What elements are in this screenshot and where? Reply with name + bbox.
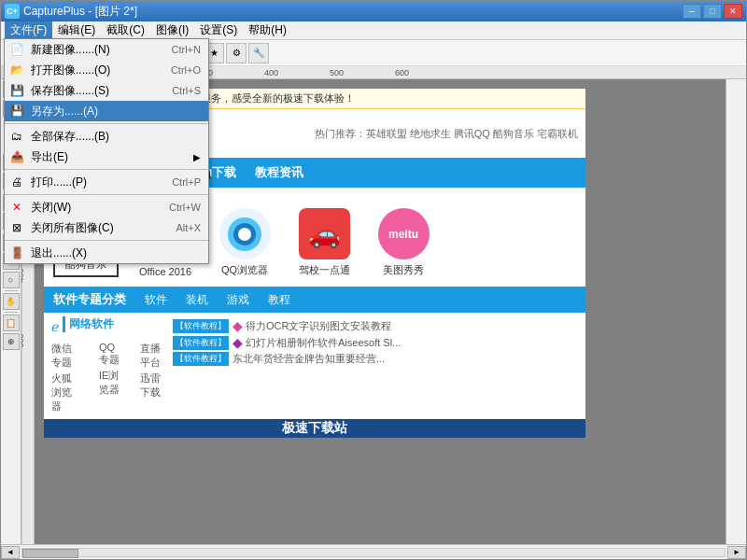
- tool-hand[interactable]: ✋: [3, 293, 20, 310]
- close-window-button[interactable]: ✕: [724, 4, 742, 19]
- minimize-button[interactable]: ─: [683, 4, 701, 19]
- maximize-button[interactable]: □: [703, 4, 722, 19]
- link-qq[interactable]: QQ专题: [99, 342, 121, 367]
- app-meitu[interactable]: meitu 美图秀秀: [371, 208, 436, 277]
- tutorial-label-3: 【软件教程】: [173, 352, 229, 366]
- tool-sep6: [5, 312, 18, 313]
- network-software-header: ℯ 网络软件: [51, 316, 163, 336]
- menu-save-shortcut: Ctrl+S: [172, 85, 201, 96]
- menu-capture[interactable]: 截取(C): [101, 21, 150, 39]
- tab-games[interactable]: 游戏: [227, 292, 249, 308]
- menu-print[interactable]: 🖨 打印......(P) Ctrl+P: [5, 172, 208, 192]
- export-submenu-arrow: ▶: [193, 152, 201, 162]
- close-all-icon: ⊠: [8, 219, 25, 236]
- tutorial-2-icon: ◆: [233, 335, 243, 350]
- tab-install[interactable]: 装机: [186, 292, 208, 308]
- tool-circle[interactable]: ○: [3, 272, 20, 288]
- menu-save-image[interactable]: 💾 保存图像......(S) Ctrl+S: [5, 80, 208, 101]
- scroll-right-button[interactable]: ►: [727, 546, 746, 559]
- qqbrowser-icon: [219, 208, 271, 259]
- scroll-left-button[interactable]: ◄: [1, 546, 20, 559]
- menu-div2: [5, 169, 208, 170]
- tutorial-2-content: ◆ 幻灯片相册制作软件Aiseesoft Sl...: [233, 335, 401, 350]
- menu-print-label: 打印......(P): [31, 175, 87, 190]
- menu-close-all[interactable]: ⊠ 关闭所有图像(C) Alt+X: [5, 217, 208, 238]
- bottom-logo-text: 极速下载站: [282, 420, 347, 437]
- menu-div1: [5, 123, 208, 124]
- menu-new-shortcut: Ctrl+N: [172, 44, 201, 55]
- left-col2: QQ专题 IE浏览器: [99, 340, 121, 415]
- print-icon: 🖨: [8, 174, 25, 190]
- menu-new-image[interactable]: 📄 新建图像......(N) Ctrl+N: [5, 39, 208, 60]
- menu-open-label: 打开图像......(O): [31, 63, 110, 78]
- left-section: ℯ 网络软件 微信专题 火狐浏览器 QQ专题 IE浏览器: [51, 316, 163, 415]
- section-title: 网络软件: [63, 316, 114, 332]
- jiaxiao-label: 驾校一点通: [299, 263, 350, 277]
- menu-close-label: 关闭(W): [31, 200, 71, 216]
- toolbar-tool1[interactable]: ⚙: [226, 43, 247, 63]
- menu-file[interactable]: 文件(F): [5, 21, 52, 39]
- menu-close[interactable]: ✕ 关闭(W) Ctrl+W: [5, 197, 208, 217]
- menu-edit[interactable]: 编辑(E): [52, 21, 101, 39]
- window-controls: ─ □ ✕: [683, 4, 742, 19]
- toolbar-tool2[interactable]: 🔧: [248, 43, 269, 63]
- tutorial-1-icon: ◆: [233, 318, 243, 333]
- tutorial-2-text: 幻灯片相册制作软件Aiseesoft Sl...: [246, 336, 401, 350]
- save-image-icon: 💾: [8, 82, 25, 99]
- tab-tutorials[interactable]: 教程: [268, 292, 290, 308]
- app-jiaxiao[interactable]: 🚗 驾校一点通: [291, 208, 357, 277]
- bottom-scrollbar[interactable]: ◄ ►: [1, 544, 746, 559]
- category-tabs: 软件 装机 游戏 教程: [145, 292, 290, 308]
- nav-tutorial[interactable]: 教程资讯: [255, 164, 303, 181]
- menu-export-label: 导出(E): [31, 149, 68, 165]
- scrollbar-track[interactable]: [21, 548, 726, 557]
- menu-open-image[interactable]: 📂 打开图像......(O) Ctrl+O: [5, 60, 208, 80]
- tutorial-label-1: 【软件教程】: [173, 319, 229, 333]
- bottom-logo-bar: 极速下载站: [44, 419, 585, 438]
- tool-copy2[interactable]: 📋: [3, 315, 20, 331]
- tutorial-1: 【软件教程】 ◆ 得力OCR文字识别图文安装教程: [173, 318, 578, 333]
- window-title: CapturePlus - [图片 2*]: [23, 4, 137, 20]
- menu-exit-label: 退出......(X): [31, 245, 87, 261]
- svg-text:500: 500: [21, 333, 25, 347]
- titlebar: C+ CapturePlus - [图片 2*] ─ □ ✕: [1, 1, 746, 21]
- tool-sep5: [5, 290, 18, 291]
- right-section: 【软件教程】 ◆ 得力OCR文字识别图文安装教程 【软件教程】 ◆ 幻灯片相册制…: [173, 316, 578, 415]
- menu-save-label: 保存图像......(S): [31, 83, 109, 99]
- svg-text:500: 500: [330, 68, 344, 77]
- menu-export[interactable]: 📤 导出(E) ▶: [5, 147, 208, 167]
- scrollbar-thumb[interactable]: [22, 549, 78, 558]
- menu-image[interactable]: 图像(I): [150, 21, 194, 39]
- menu-print-shortcut: Ctrl+P: [172, 176, 201, 188]
- link-live[interactable]: 直播平台: [140, 342, 163, 370]
- app-icon: C+: [5, 4, 20, 19]
- export-icon: 📤: [8, 148, 25, 165]
- titlebar-left: C+ CapturePlus - [图片 2*]: [5, 4, 137, 20]
- category-title: 软件专题分类: [53, 291, 126, 308]
- hot-recommend: 热门推荐：英雄联盟 绝地求生 腾讯QQ 酷狗音乐 宅霸联机: [315, 127, 578, 141]
- tab-software[interactable]: 软件: [145, 292, 167, 308]
- left-col3: 直播平台 迅雷下载: [140, 340, 163, 415]
- exit-icon: 🚪: [8, 245, 25, 261]
- link-xunlei[interactable]: 迅雷下载: [140, 371, 163, 399]
- link-ie[interactable]: IE浏览器: [99, 369, 121, 397]
- link-wechat[interactable]: 微信专题: [51, 342, 80, 370]
- svg-text:400: 400: [264, 68, 278, 77]
- menu-help[interactable]: 帮助(H): [243, 21, 292, 39]
- menu-open-shortcut: Ctrl+O: [171, 64, 201, 76]
- new-image-icon: 📄: [8, 41, 25, 58]
- properties-panel: 属性: [726, 79, 746, 544]
- menu-save-all[interactable]: 🗂 全部保存......(B): [5, 126, 208, 147]
- app-qqbrowser[interactable]: QQ浏览器: [212, 208, 277, 277]
- tutorial-label-2: 【软件教程】: [173, 336, 229, 350]
- tool-extra[interactable]: ⊕: [3, 333, 20, 350]
- category-bar: 软件专题分类 软件 装机 游戏 教程: [44, 287, 585, 313]
- menu-save-as[interactable]: 💾 另存为......(A): [5, 101, 208, 121]
- meitu-icon: meitu: [378, 208, 430, 259]
- link-firefox[interactable]: 火狐浏览器: [51, 371, 80, 413]
- menu-exit[interactable]: 🚪 退出......(X): [5, 243, 208, 263]
- tutorial-2: 【软件教程】 ◆ 幻灯片相册制作软件Aiseesoft Sl...: [173, 335, 578, 350]
- svg-text:400: 400: [21, 268, 25, 282]
- menu-settings[interactable]: 设置(S): [194, 21, 243, 39]
- office-label: Office 2016: [139, 266, 191, 277]
